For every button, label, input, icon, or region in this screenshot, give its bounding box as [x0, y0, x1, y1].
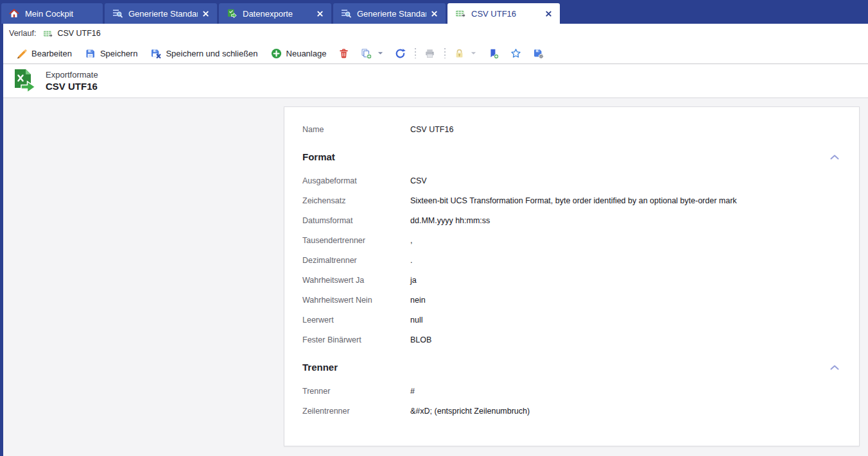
field-label: Zeichensatz	[302, 196, 410, 205]
field-fester-binaerwert: Fester Binärwert BLOB	[302, 335, 840, 346]
toolbar: Bearbeiten Speichern	[3, 43, 868, 64]
field-value: CSV UTF16	[410, 125, 453, 134]
field-value: nein	[410, 296, 426, 305]
export-format-icon	[12, 69, 37, 93]
export-icon	[227, 8, 237, 19]
edit-button-label: Bearbeiten	[31, 49, 72, 58]
tab-label: Generierte Standar...	[357, 9, 426, 19]
field-datumsformat: Datumsformat dd.MM.yyyy hh:mm:ss	[302, 216, 840, 227]
chevron-up-icon	[830, 365, 839, 370]
pencil-icon	[16, 48, 27, 59]
tab-label: Generierte Standar...	[128, 9, 198, 19]
toolbar-separator	[414, 48, 416, 58]
field-trenner: Trenner #	[302, 387, 840, 398]
field-dezimaltrenner: Dezimaltrenner .	[302, 256, 840, 267]
section-title: Format	[302, 151, 335, 162]
refresh-icon	[395, 48, 406, 59]
field-label: Zeilentrenner	[302, 407, 410, 416]
print-button[interactable]	[419, 45, 441, 62]
chevron-up-icon	[830, 155, 839, 160]
tab-datenexporte[interactable]: Datenexporte	[219, 3, 331, 24]
trash-icon	[338, 48, 349, 59]
tab-label: CSV UTF16	[471, 9, 539, 19]
tab-label: Mein Cockpit	[25, 9, 96, 19]
close-icon[interactable]	[315, 8, 325, 19]
field-wahrheitswert-nein: Wahrheitswert Nein nein	[302, 296, 840, 307]
history-label: Verlauf:	[9, 29, 36, 38]
delete-button[interactable]	[333, 45, 355, 62]
field-label: Trenner	[302, 387, 410, 396]
save-close-button-label: Speichern und schließen	[166, 49, 257, 58]
edit-button[interactable]: Bearbeiten	[10, 45, 78, 62]
field-label: Ausgabeformat	[302, 176, 410, 185]
new-button-label: Neuanlage	[286, 49, 327, 58]
favorite-button[interactable]	[505, 45, 527, 62]
collapse-section-button[interactable]	[829, 152, 840, 162]
bookmark-add-icon	[488, 48, 499, 59]
field-leerwert: Leerwert null	[302, 316, 840, 326]
tab-csv-utf16[interactable]: CSV UTF16	[447, 3, 560, 24]
save-settings-button[interactable]	[527, 45, 550, 62]
save-button-label: Speichern	[100, 49, 138, 58]
field-value: dd.MM.yyyy hh:mm:ss	[410, 216, 490, 225]
field-value: ,	[410, 236, 412, 245]
field-label: Name	[302, 125, 410, 134]
section-trenner: Trenner	[302, 362, 840, 373]
field-label: Datumsformat	[302, 216, 410, 225]
save-icon	[85, 48, 96, 59]
refresh-button[interactable]	[389, 45, 412, 62]
tab-generierte-standard-2[interactable]: Generierte Standar...	[333, 3, 446, 24]
app-window: Mein Cockpit Generierte Standar...	[0, 0, 868, 456]
field-value: #	[410, 387, 415, 396]
bookmark-add-button[interactable]	[482, 45, 505, 62]
field-value: &#xD; (entspricht Zeilenumbruch)	[410, 407, 530, 416]
field-label: Fester Binärwert	[302, 335, 410, 344]
plus-circle-icon	[271, 48, 282, 59]
caret-down-icon	[471, 51, 476, 55]
history-item-csv-utf16[interactable]: CSV UTF16	[43, 29, 100, 38]
printer-icon	[424, 48, 435, 59]
report-search-icon	[112, 8, 123, 19]
lock-button[interactable]	[448, 45, 482, 62]
field-name: Name CSV UTF16	[302, 125, 840, 136]
tab-bar: Mein Cockpit Generierte Standar...	[0, 0, 868, 24]
star-icon	[510, 48, 521, 59]
field-zeilentrenner: Zeilentrenner &#xD; (entspricht Zeilenum…	[302, 407, 840, 418]
field-label: Dezimaltrenner	[302, 256, 410, 265]
field-tausendertrenner: Tausendertrenner ,	[302, 236, 840, 247]
lock-icon	[454, 48, 465, 59]
field-wahrheitswert-ja: Wahrheitswert Ja ja	[302, 276, 840, 287]
field-label: Wahrheitswert Ja	[302, 276, 410, 285]
main-area: Verlauf: CSV UTF16	[0, 24, 868, 456]
save-settings-icon	[533, 48, 544, 59]
detail-panel: Name CSV UTF16 Format Ausgabeformat CSV …	[284, 106, 860, 446]
history-item-label: CSV UTF16	[57, 29, 100, 38]
collapse-section-button[interactable]	[829, 362, 840, 373]
section-title: Trenner	[302, 362, 338, 373]
copy-add-button[interactable]	[355, 45, 389, 62]
close-icon[interactable]	[430, 8, 439, 19]
field-ausgabeformat: Ausgabeformat CSV	[302, 176, 840, 187]
caret-down-icon	[378, 51, 383, 55]
save-button[interactable]: Speichern	[78, 45, 144, 62]
copy-add-icon	[361, 48, 372, 59]
close-icon[interactable]	[543, 8, 553, 19]
tab-mein-cockpit[interactable]: Mein Cockpit	[1, 3, 103, 24]
csv-format-icon	[43, 29, 53, 38]
history-bar: Verlauf: CSV UTF16	[3, 24, 868, 43]
page-title: CSV UTF16	[46, 80, 98, 92]
toolbar-separator	[444, 48, 446, 58]
csv-format-icon	[455, 8, 465, 19]
tab-generierte-standard-1[interactable]: Generierte Standar...	[105, 3, 217, 24]
new-button[interactable]: Neuanlage	[265, 45, 333, 62]
field-value: BLOB	[410, 335, 431, 344]
field-value: ja	[410, 276, 417, 285]
field-value: Sixteen-bit UCS Transformation Format, b…	[410, 196, 737, 205]
report-search-icon	[341, 8, 351, 19]
close-icon[interactable]	[202, 8, 211, 19]
save-close-button[interactable]: Speichern und schließen	[144, 45, 264, 62]
field-value: null	[410, 316, 422, 325]
field-value: .	[410, 256, 412, 265]
section-format: Format	[302, 151, 840, 162]
field-label: Wahrheitswert Nein	[302, 296, 410, 305]
